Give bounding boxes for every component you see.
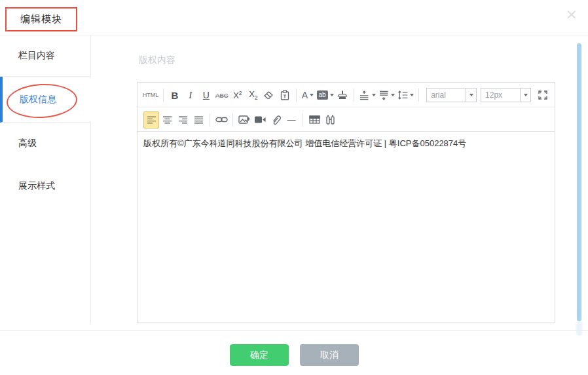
- font-family-value: arial: [427, 90, 466, 100]
- scrollbar-thumb[interactable]: [577, 43, 581, 321]
- attachment-icon[interactable]: [268, 111, 284, 128]
- eraser-icon[interactable]: [261, 87, 277, 104]
- find-replace-icon[interactable]: [322, 111, 338, 128]
- chevron-down-icon: [372, 94, 376, 96]
- subscript-button[interactable]: X2: [246, 87, 261, 104]
- line-spacing-bottom-button[interactable]: [377, 87, 396, 104]
- chevron-down-icon: [391, 94, 395, 96]
- copyright-text: 版权所有©广东今科道同科技股份有限公司 增值电信经营许可证 | 粤ICP备050…: [143, 138, 466, 148]
- align-left-button[interactable]: [143, 111, 159, 128]
- copyright-content-label: 版权内容: [139, 54, 175, 66]
- bold-button[interactable]: B: [167, 87, 183, 104]
- font-size-select[interactable]: 12px: [481, 88, 531, 102]
- italic-button[interactable]: I: [183, 87, 198, 104]
- align-center-button[interactable]: [159, 111, 175, 128]
- chevron-down-icon: [310, 94, 314, 96]
- line-height-button[interactable]: [396, 87, 415, 104]
- editor-toolbar-row-2: —: [138, 108, 555, 132]
- line-spacing-top-button[interactable]: [358, 87, 377, 104]
- toolbar-separator: [210, 113, 210, 127]
- close-icon[interactable]: ×: [566, 7, 578, 22]
- font-size-value: 12px: [481, 90, 520, 100]
- toolbar-separator: [296, 89, 297, 102]
- toolbar-separator: [418, 89, 419, 102]
- background-color-button[interactable]: ab: [316, 87, 335, 104]
- paste-text-icon[interactable]: [277, 87, 293, 104]
- chevron-down-icon: [410, 94, 414, 96]
- font-color-button[interactable]: A: [300, 87, 316, 104]
- scrollbar-track-fade: [576, 321, 582, 336]
- sidebar: 栏目内容 版权信息 高级 展示样式: [0, 35, 91, 323]
- annotation-rect-title: 编辑模块: [5, 7, 77, 31]
- toolbar-separator: [354, 89, 354, 102]
- footer-divider: [0, 330, 588, 331]
- toolbar-separator: [163, 89, 164, 102]
- editor-toolbar-row-1: HTML B I U ABC X2 X2: [138, 83, 555, 108]
- align-right-button[interactable]: [175, 111, 191, 128]
- chevron-down-icon: [330, 94, 334, 96]
- cancel-button[interactable]: 取消: [300, 344, 359, 366]
- sidebar-item-label: 栏目内容: [18, 50, 55, 62]
- fullscreen-icon[interactable]: [535, 87, 551, 104]
- insert-video-icon[interactable]: [252, 111, 268, 128]
- underline-button[interactable]: U: [198, 87, 214, 104]
- toolbar-separator: [232, 113, 233, 127]
- strikethrough-button[interactable]: ABC: [214, 87, 230, 104]
- font-family-select[interactable]: arial: [426, 88, 477, 102]
- sidebar-item-label: 高级: [18, 138, 37, 149]
- format-brush-icon[interactable]: [335, 87, 350, 104]
- superscript-button[interactable]: X2: [230, 87, 246, 104]
- align-justify-button[interactable]: [191, 111, 206, 128]
- source-code-button[interactable]: HTML: [141, 87, 160, 104]
- horizontal-rule-icon[interactable]: —: [284, 111, 299, 128]
- insert-table-icon[interactable]: [306, 111, 322, 128]
- sidebar-item-label: 版权信息: [20, 94, 56, 106]
- sidebar-item-label: 展示样式: [18, 180, 55, 192]
- chevron-down-icon[interactable]: [466, 89, 476, 102]
- dialog-title: 编辑模块: [20, 13, 62, 26]
- insert-image-icon[interactable]: [236, 111, 252, 128]
- sidebar-item-display-style[interactable]: 展示样式: [0, 165, 90, 208]
- sidebar-item-column-content[interactable]: 栏目内容: [0, 35, 90, 77]
- link-icon[interactable]: [213, 111, 229, 128]
- sidebar-item-advanced[interactable]: 高级: [0, 123, 90, 165]
- rich-text-editor: HTML B I U ABC X2 X2: [137, 82, 555, 323]
- sidebar-item-copyright-info[interactable]: 版权信息: [0, 77, 91, 123]
- confirm-button[interactable]: 确定: [230, 344, 289, 366]
- chevron-down-icon[interactable]: [520, 89, 530, 102]
- editor-content-area[interactable]: 版权所有©广东今科道同科技股份有限公司 增值电信经营许可证 | 粤ICP备050…: [138, 132, 555, 323]
- toolbar-separator: [303, 113, 303, 127]
